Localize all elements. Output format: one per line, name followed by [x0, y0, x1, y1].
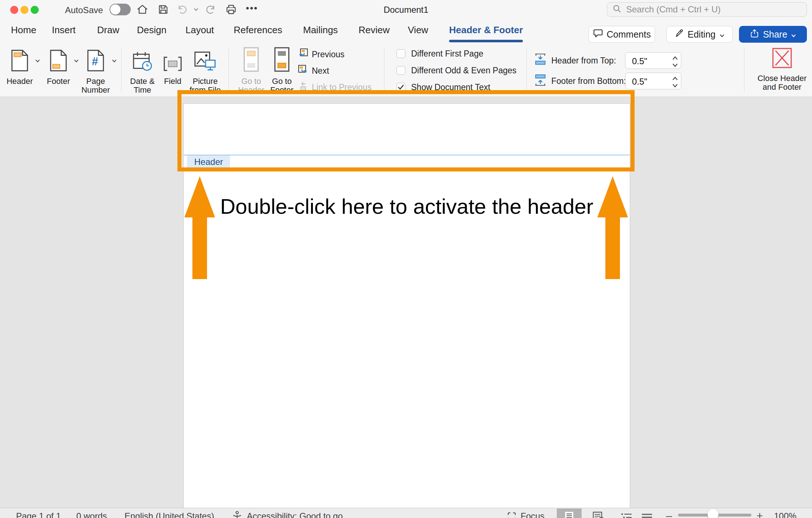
- header-from-top-group: Header from Top:: [534, 52, 616, 69]
- ribbon-divider: [121, 49, 122, 92]
- share-button[interactable]: Share: [739, 26, 807, 43]
- insert-footer-button[interactable]: Footer: [42, 48, 75, 86]
- accessibility-icon: [232, 511, 242, 518]
- header-from-top-field[interactable]: [625, 52, 681, 69]
- header-doc-icon: [10, 48, 30, 72]
- different-odd-even-option[interactable]: Different Odd & Even Pages: [397, 63, 517, 78]
- date-time-label: Date & Time: [126, 77, 159, 94]
- tab-layout[interactable]: Layout: [185, 19, 214, 41]
- zoom-percentage[interactable]: 100%: [774, 511, 796, 518]
- close-red-x-icon: [772, 48, 792, 70]
- tab-design[interactable]: Design: [137, 19, 166, 41]
- go-to-footer-icon: [274, 48, 290, 72]
- print-layout-icon: [564, 511, 574, 518]
- status-bar: Page 1 of 1 0 words English (United Stat…: [0, 508, 812, 518]
- focus-button[interactable]: Focus: [521, 511, 544, 518]
- show-document-text-option[interactable]: Show Document Text: [397, 80, 517, 94]
- editing-label: Editing: [687, 29, 715, 40]
- footer-button-label: Footer: [47, 77, 70, 86]
- different-odd-even-checkbox[interactable]: [397, 66, 405, 75]
- tab-draw[interactable]: Draw: [97, 19, 119, 41]
- different-first-page-checkbox[interactable]: [397, 49, 405, 58]
- web-layout-view-button[interactable]: [592, 511, 605, 518]
- header-region-tab[interactable]: Header: [187, 155, 230, 169]
- picture-from-file-label: Picture from File: [187, 77, 223, 94]
- word-app-window: { "titlebar": { "autosave": "AutoSave", …: [0, 0, 812, 518]
- pencil-icon: [674, 28, 684, 40]
- go-to-footer-button[interactable]: Go to Footer: [267, 48, 296, 94]
- search-box[interactable]: [607, 2, 807, 17]
- different-odd-even-label: Different Odd & Even Pages: [411, 66, 517, 76]
- tab-header-footer[interactable]: Header & Footer: [449, 19, 523, 41]
- chevron-down-icon[interactable]: [112, 58, 117, 61]
- header-from-top-input[interactable]: [631, 56, 666, 67]
- next-icon: [298, 65, 308, 77]
- ribbon-divider: [229, 49, 229, 92]
- zoom-out-button[interactable]: –: [666, 510, 672, 518]
- accessibility-status[interactable]: Accessibility: Good to go: [247, 511, 343, 518]
- svg-text:#: #: [92, 55, 98, 68]
- document-page[interactable]: [183, 103, 630, 508]
- stepper-down-icon[interactable]: [672, 82, 678, 86]
- tab-view[interactable]: View: [408, 19, 428, 41]
- field-icon: [162, 48, 183, 72]
- show-document-text-checkbox[interactable]: [397, 83, 405, 92]
- picture-from-file-button[interactable]: Picture from File: [187, 48, 223, 94]
- tab-references[interactable]: References: [234, 19, 282, 41]
- header-from-top-label: Header from Top:: [551, 56, 616, 66]
- link-to-previous-label: Link to Previous: [312, 82, 372, 92]
- page-count-status[interactable]: Page 1 of 1: [16, 511, 61, 518]
- footer-from-bottom-field[interactable]: [625, 73, 681, 89]
- zoom-slider-knob[interactable]: [708, 509, 719, 518]
- header-button-label: Header: [7, 77, 33, 86]
- word-count-status[interactable]: 0 words: [76, 511, 107, 518]
- different-first-page-label: Different First Page: [411, 49, 483, 59]
- header-boundary-line: [184, 155, 630, 155]
- footer-from-bottom-input[interactable]: [631, 76, 666, 87]
- share-icon: [750, 28, 759, 40]
- footer-from-bottom-group: Footer from Bottom:: [534, 73, 626, 89]
- editing-button[interactable]: Editing: [666, 26, 733, 43]
- previous-button[interactable]: Previous: [298, 48, 372, 61]
- search-icon: [612, 4, 622, 15]
- print-layout-view-button[interactable]: [557, 509, 582, 518]
- next-button[interactable]: Next: [298, 64, 372, 77]
- search-input[interactable]: [625, 4, 795, 15]
- tab-home[interactable]: Home: [11, 19, 36, 41]
- date-time-icon: [132, 48, 153, 72]
- draft-view-button[interactable]: [641, 513, 653, 518]
- share-label: Share: [763, 29, 788, 40]
- zoom-in-button[interactable]: +: [757, 510, 763, 518]
- ribbon-divider: [744, 49, 744, 92]
- comments-button[interactable]: Comments: [589, 26, 655, 43]
- tab-mailings[interactable]: Mailings: [303, 19, 338, 41]
- language-status[interactable]: English (United States): [125, 511, 214, 518]
- go-to-header-icon: [244, 48, 259, 72]
- app-chrome: AutoSave ••• Document1 Home Insert Draw …: [0, 0, 812, 97]
- show-document-text-label: Show Document Text: [411, 82, 490, 92]
- stepper-down-icon[interactable]: [672, 62, 678, 66]
- different-first-page-option[interactable]: Different First Page: [397, 46, 517, 61]
- field-button[interactable]: Field: [160, 48, 185, 86]
- close-header-footer-label: Close Header and Footer: [757, 74, 808, 92]
- header-footer-nav-group: Previous Next Link to Previous: [298, 48, 372, 97]
- close-header-footer-button[interactable]: Close Header and Footer: [757, 48, 808, 92]
- comments-label: Comments: [607, 29, 651, 40]
- stepper-up-icon[interactable]: [672, 55, 678, 59]
- header-region-tab-label: Header: [194, 157, 223, 167]
- focus-icon: [507, 511, 517, 518]
- footer-doc-icon: [49, 48, 68, 72]
- footer-from-bottom-icon: [534, 73, 547, 89]
- header-footer-options-group: Different First Page Different Odd & Eve…: [397, 46, 517, 97]
- outline-view-button[interactable]: [621, 513, 632, 518]
- picture-icon: [194, 48, 216, 72]
- footer-from-bottom-label: Footer from Bottom:: [551, 76, 626, 86]
- date-time-button[interactable]: Date & Time: [126, 48, 159, 94]
- chevron-down-icon[interactable]: [35, 58, 40, 61]
- tab-review[interactable]: Review: [359, 19, 390, 41]
- page-number-icon: #: [86, 48, 106, 72]
- stepper-up-icon[interactable]: [672, 76, 678, 80]
- tab-insert[interactable]: Insert: [52, 19, 76, 41]
- insert-header-button[interactable]: Header: [3, 48, 36, 86]
- page-number-button[interactable]: # Page Number: [77, 48, 114, 94]
